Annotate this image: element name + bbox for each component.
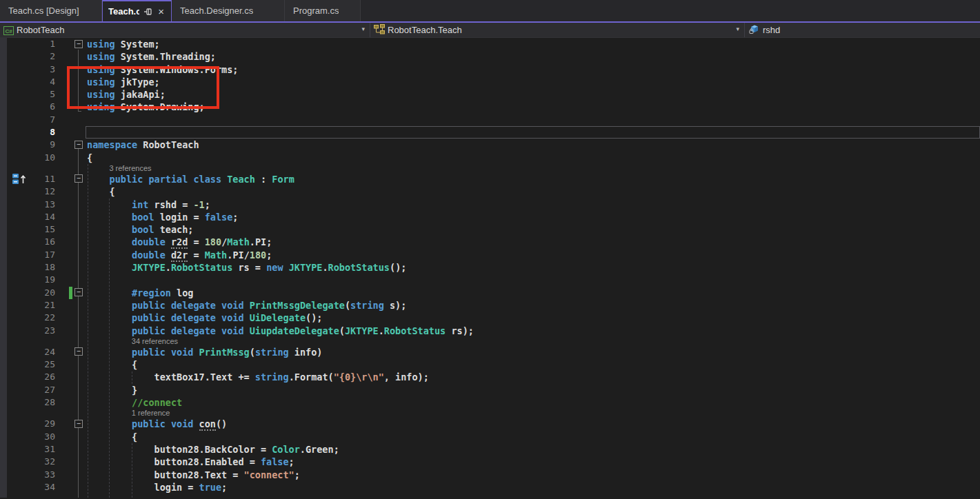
collapse-toggle[interactable]: − — [74, 288, 83, 296]
code-line[interactable]: 1−using System; — [7, 38, 980, 50]
code-text: public void PrintMssg(string info) — [86, 346, 980, 358]
tab-teach.cs[interactable]: Teach.cs× — [102, 0, 172, 21]
code-line[interactable]: 31 button28.BackColor = Color.Green; — [7, 443, 980, 456]
fold-margin: − — [73, 173, 86, 185]
nav-dropdown-rshd[interactable]: rshd — [745, 23, 980, 37]
code-line[interactable]: 28 //connect — [7, 396, 980, 409]
code-line[interactable]: 18 JKTYPE.RobotStatus rs = new JKTYPE.Ro… — [7, 261, 980, 274]
close-icon[interactable]: × — [157, 7, 166, 16]
collapse-toggle[interactable]: − — [74, 347, 83, 356]
code-line[interactable]: 25 { — [7, 358, 980, 371]
code-text — [86, 126, 980, 139]
fold-margin — [73, 384, 86, 396]
code-text: JKTYPE.RobotStatus rs = new JKTYPE.Robot… — [86, 261, 980, 274]
line-number: 17 — [30, 249, 55, 261]
fold-margin: − — [73, 287, 86, 299]
nav-dropdown-robotteach[interactable]: C#RobotTeach▾ — [0, 23, 370, 37]
code-line[interactable]: 9−namespace RobotTeach — [7, 139, 980, 151]
fold-margin — [73, 223, 86, 236]
change-bar — [69, 287, 72, 299]
code-line[interactable]: 32 button28.Enabled = false; — [7, 456, 980, 468]
collapse-toggle[interactable]: − — [74, 141, 83, 149]
code-line[interactable]: 16 double r2d = 180/Math.PI; — [7, 236, 980, 248]
line-number: 5 — [30, 88, 55, 101]
glyph-margin — [7, 346, 30, 358]
nav-dropdown-robotteach-teach[interactable]: RobotTeach.Teach▾ — [370, 23, 745, 37]
codelens-references[interactable]: 1 reference — [87, 409, 170, 417]
code-text: button28.BackColor = Color.Green; — [86, 443, 980, 456]
glyph-margin — [7, 198, 30, 211]
code-text: { — [86, 358, 980, 371]
code-text: using System.Drawing; — [86, 101, 980, 113]
pin-icon[interactable] — [143, 8, 152, 16]
code-line[interactable]: 34 login = true; — [7, 481, 980, 493]
line-number: 30 — [30, 431, 55, 443]
code-line[interactable]: 7 — [7, 114, 980, 126]
glyph-margin — [7, 114, 30, 126]
tab-teach.designer.cs[interactable]: Teach.Designer.cs — [172, 0, 285, 21]
collapse-toggle[interactable]: − — [74, 174, 83, 183]
code-text: #region log — [86, 287, 980, 299]
glyph-margin — [7, 38, 30, 50]
line-number: 23 — [30, 325, 55, 337]
code-line[interactable]: 15 bool teach; — [7, 223, 980, 236]
line-number: 10 — [30, 152, 55, 164]
nav-dropdown-label: RobotTeach — [17, 25, 64, 35]
code-line[interactable]: 23 public delegate void UiupdateDelegate… — [7, 325, 980, 337]
code-line[interactable]: 12 { — [7, 185, 980, 198]
codelens-references[interactable]: 3 references — [87, 164, 152, 172]
collapse-toggle[interactable]: − — [74, 420, 83, 428]
code-line[interactable]: 8 — [7, 126, 980, 139]
breakpoint-margin[interactable] — [0, 38, 7, 498]
code-editor: 1−using System;2using System.Threading;3… — [0, 38, 980, 498]
fold-margin — [73, 198, 86, 211]
code-line[interactable]: 27 } — [7, 384, 980, 396]
code-line[interactable]: 17 double d2r = Math.PI/180; — [7, 249, 980, 261]
fold-margin — [73, 185, 86, 198]
code-text: namespace RobotTeach — [86, 139, 980, 151]
codelens-row: 3 references — [7, 164, 980, 173]
code-line[interactable]: 19 — [7, 274, 980, 286]
code-line[interactable]: 29− public void con() — [7, 418, 980, 430]
fold-margin — [73, 396, 86, 409]
fold-margin — [73, 431, 86, 443]
glyph-margin — [7, 469, 30, 481]
line-number: 15 — [30, 223, 55, 236]
code-text: using jakaApi; — [86, 88, 980, 101]
fold-margin — [73, 299, 86, 312]
line-number: 24 — [30, 346, 55, 358]
tab-label: Program.cs — [293, 6, 339, 16]
code-line[interactable]: 11− public partial class Teach : Form — [7, 173, 980, 185]
navigation-bar: C#RobotTeach▾RobotTeach.Teach▾rshd — [0, 23, 980, 38]
code-line[interactable]: 33 button28.Text = "connect"; — [7, 469, 980, 481]
glyph-margin — [7, 76, 30, 88]
csharp-project-icon: C# — [3, 25, 14, 35]
field-private-icon — [748, 24, 760, 37]
code-line[interactable]: 14 bool login = false; — [7, 211, 980, 223]
code-line[interactable]: 30 { — [7, 431, 980, 443]
line-number: 32 — [30, 456, 55, 468]
line-number: 12 — [30, 185, 55, 198]
fold-margin — [73, 469, 86, 481]
code-line[interactable]: 24− public void PrintMssg(string info) — [7, 346, 980, 358]
glyph-margin — [7, 223, 30, 236]
code-text: //connect — [86, 396, 980, 409]
inheritance-icon — [12, 174, 28, 187]
glyph-margin — [7, 261, 30, 274]
glyph-margin — [7, 101, 30, 113]
code-line[interactable]: 21 public delegate void PrintMssgDelegat… — [7, 299, 980, 312]
code-line[interactable]: 13 int rshd = -1; — [7, 198, 980, 211]
tab-program.cs[interactable]: Program.cs — [285, 0, 361, 21]
codelens-references[interactable]: 34 references — [87, 337, 178, 345]
collapse-toggle[interactable]: − — [74, 40, 83, 48]
code-text: using System.Windows.Forms; — [86, 63, 980, 76]
code-line[interactable]: 20− #region log — [7, 287, 980, 299]
glyph-margin — [7, 371, 30, 383]
code-line[interactable]: 2using System.Threading; — [7, 50, 980, 63]
codelens-row: 1 reference — [7, 409, 980, 418]
tab-teach.cs-design-[interactable]: Teach.cs [Design] — [0, 0, 102, 21]
fold-margin — [73, 152, 86, 164]
code-line[interactable]: 26 textBox17.Text += string.Format("{0}\… — [7, 371, 980, 383]
code-line[interactable]: 22 public delegate void UiDelegate(); — [7, 312, 980, 324]
code-line[interactable]: 10{ — [7, 152, 980, 164]
